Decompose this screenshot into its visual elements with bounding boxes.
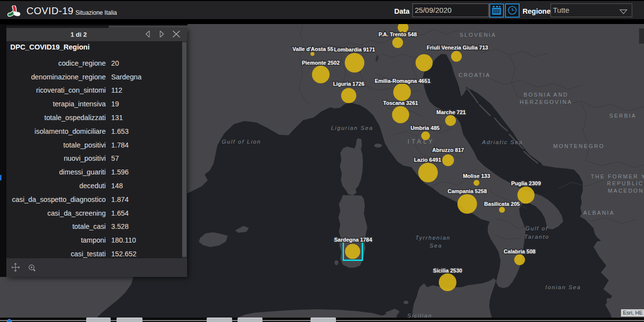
svg-text:Toscana 3261: Toscana 3261 (383, 100, 418, 106)
svg-text:Lombardia 9171: Lombardia 9171 (334, 47, 375, 52)
svg-text:Puglia 2309: Puglia 2309 (511, 180, 541, 186)
svg-text:MACEDON: MACEDON (608, 188, 644, 194)
svg-text:Sea: Sea (429, 243, 442, 248)
svg-text:Liguria 1726: Liguria 1726 (333, 81, 364, 87)
svg-text:Friuli Venezia Giulia 713: Friuli Venezia Giulia 713 (427, 45, 488, 50)
svg-text:Taranto: Taranto (524, 234, 549, 240)
svg-text:Gulf of: Gulf of (525, 225, 548, 231)
svg-text:Gulf of Lion: Gulf of Lion (222, 139, 261, 145)
svg-text:Adriatic Sea: Adriatic Sea (481, 139, 523, 145)
svg-text:HERZEGOVINA: HERZEGOVINA (520, 99, 572, 105)
svg-text:Piemonte 2502: Piemonte 2502 (302, 60, 339, 66)
svg-text:Sardegna 1784: Sardegna 1784 (334, 237, 373, 243)
svg-text:Calabria 508: Calabria 508 (504, 248, 536, 254)
svg-text:Molise 133: Molise 133 (463, 173, 490, 179)
svg-text:BOSNIA AND: BOSNIA AND (524, 92, 569, 98)
svg-text:CROATIA: CROATIA (458, 72, 491, 78)
svg-text:Basilicata 205: Basilicata 205 (484, 201, 520, 207)
svg-text:Campania 5258: Campania 5258 (448, 188, 487, 194)
svg-text:Lazio 6491: Lazio 6491 (414, 157, 441, 163)
svg-text:SLOVENIA: SLOVENIA (459, 32, 496, 38)
svg-text:Sicilia 2530: Sicilia 2530 (433, 268, 462, 273)
svg-text:Ionian Sea: Ionian Sea (546, 284, 581, 290)
svg-text:Ligurian Sea: Ligurian Sea (331, 125, 373, 131)
svg-text:ITALY: ITALY (407, 138, 434, 145)
svg-text:Marche 721: Marche 721 (436, 109, 466, 115)
svg-text:MONTENEGRO: MONTENEGRO (553, 143, 604, 149)
svg-text:THE FORMER YU: THE FORMER YU (591, 173, 644, 179)
svg-text:Tyrrhenian: Tyrrhenian (415, 235, 451, 241)
svg-text:P.A. Trento 548: P.A. Trento 548 (379, 31, 417, 37)
svg-text:Umbria 485: Umbria 485 (410, 125, 439, 131)
svg-text:Abruzzo 817: Abruzzo 817 (432, 147, 464, 153)
svg-text:ALBANIA: ALBANIA (583, 210, 615, 216)
svg-text:Valle d'Aosta 55: Valle d'Aosta 55 (292, 46, 333, 52)
svg-text:REPUBLIC: REPUBLIC (607, 180, 644, 186)
svg-text:Emilia-Romagna 4651: Emilia-Romagna 4651 (375, 78, 430, 84)
svg-text:SERBIA: SERBIA (609, 113, 636, 119)
